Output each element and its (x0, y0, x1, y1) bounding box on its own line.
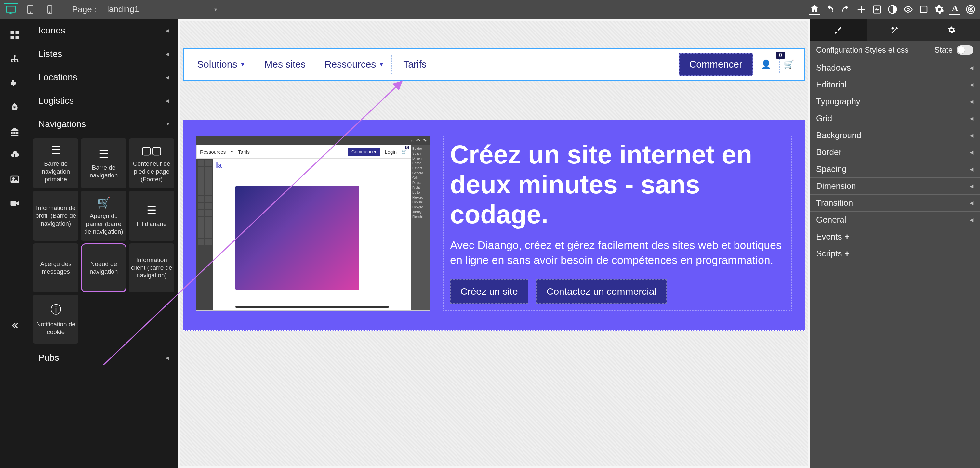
category-locations[interactable]: Locations◀ (29, 66, 178, 89)
video-icon[interactable] (9, 198, 21, 209)
bank-icon[interactable] (9, 125, 21, 137)
nav-solutions[interactable]: Solutions▼ (189, 55, 253, 74)
prop-typography[interactable]: Typography◀ (810, 93, 980, 110)
collapse-icon[interactable] (9, 320, 21, 332)
leaf-icon[interactable] (9, 102, 21, 113)
tile-navbar[interactable]: ☰Barre de navigation (81, 138, 126, 188)
contact-sales-button[interactable]: Contactez un commercial (536, 279, 667, 303)
grid-icon[interactable] (9, 29, 21, 41)
target-icon[interactable] (965, 4, 976, 15)
eye-icon[interactable] (903, 4, 914, 15)
caret-left-icon: ◀ (970, 183, 974, 189)
hero-section[interactable]: ⌂↶↷ Ressources▼ Tarifs Commencer Login 🛒… (183, 120, 805, 330)
caret-left-icon: ◀ (970, 98, 974, 105)
redo-icon: ↷ (423, 138, 426, 143)
tile-client-info[interactable]: Information client (barre de navigation) (129, 243, 174, 292)
svg-rect-21 (17, 61, 18, 62)
prop-background[interactable]: Background◀ (810, 127, 980, 144)
nav-ressources[interactable]: Ressources▼ (317, 55, 392, 74)
chevron-down-icon: ▼ (379, 61, 384, 68)
prop-spacing[interactable]: Spacing◀ (810, 160, 980, 178)
tile-primary-navbar[interactable]: ☰Barre de navigation primaire (33, 138, 78, 188)
caret-left-icon: ◀ (970, 115, 974, 122)
page-select[interactable]: landing1 (106, 3, 220, 16)
device-tablet-icon[interactable] (24, 3, 37, 16)
svg-rect-10 (921, 6, 927, 13)
tile-nav-node[interactable]: Noeud de navigation (81, 243, 126, 292)
caret-left-icon: ◀ (970, 166, 974, 172)
page-select-wrap[interactable]: landing1 ▾ (106, 3, 220, 16)
edit-icon[interactable] (872, 4, 883, 15)
prop-shadows[interactable]: Shadows◀ (810, 59, 980, 76)
puzzle-icon[interactable] (9, 77, 21, 89)
site-navbar[interactable]: Solutions▼ Mes sites Ressources▼ Tarifs … (183, 48, 805, 81)
chevron-down-icon: ▼ (240, 61, 245, 68)
canvas-inner[interactable]: Solutions▼ Mes sites Ressources▼ Tarifs … (180, 21, 808, 466)
prop-editorial[interactable]: Editorial◀ (810, 76, 980, 93)
add-icon[interactable] (856, 4, 867, 15)
undo-icon: ↶ (416, 138, 420, 143)
square-icon[interactable] (918, 4, 929, 15)
category-pubs[interactable]: Pubs◀ (29, 346, 178, 370)
svg-rect-14 (11, 31, 14, 35)
svg-rect-16 (11, 36, 14, 39)
prop-border[interactable]: Border◀ (810, 144, 980, 160)
tile-cart-preview[interactable]: 🛒Aperçu du panier (barre de navigation) (81, 191, 126, 241)
category-navigations[interactable]: Navigations▾ (29, 113, 178, 136)
tile-msg-preview[interactable]: Aperçu des messages (33, 243, 78, 292)
user-icon[interactable]: 👤 (757, 56, 775, 73)
state-toggle[interactable]: State (934, 46, 974, 55)
gear-icon[interactable] (934, 4, 945, 15)
hero-title[interactable]: Créez un site internet en deux minutes -… (450, 140, 785, 230)
undo-icon[interactable] (824, 4, 836, 15)
caret-left-icon: ◀ (165, 98, 169, 103)
svg-point-9 (907, 8, 910, 11)
category-listes[interactable]: Listes◀ (29, 42, 178, 66)
home-icon[interactable] (809, 4, 820, 15)
prop-events[interactable]: Events+ (810, 228, 980, 245)
tab-wand[interactable] (867, 19, 923, 41)
hero-subtitle[interactable]: Avec Diaango, créez et gérez facilement … (450, 238, 785, 268)
config-label: Configuration Styles et css (816, 46, 908, 55)
contrast-icon[interactable] (887, 4, 898, 15)
hero-preview-image: ⌂↶↷ Ressources▼ Tarifs Commencer Login 🛒… (196, 136, 430, 311)
sitemap-icon[interactable] (9, 53, 21, 65)
tile-footer[interactable]: ▢▢Conteneur de pied de page (Footer) (129, 138, 174, 188)
svg-rect-18 (14, 55, 16, 57)
category-logistics[interactable]: Logistics◀ (29, 89, 178, 113)
commencer-button[interactable]: Commencer (679, 53, 753, 76)
left-icon-rail (0, 19, 29, 468)
tile-profile-info[interactable]: Information de profil (Barre de navigati… (33, 191, 78, 241)
toggle-switch[interactable] (956, 46, 974, 55)
prop-scripts[interactable]: Scripts+ (810, 245, 980, 262)
image-icon[interactable] (9, 173, 21, 185)
nav-tarifs[interactable]: Tarifs (396, 55, 434, 74)
svg-rect-20 (14, 61, 16, 62)
cart-icon[interactable]: 0🛒 (780, 56, 798, 73)
svg-rect-24 (11, 201, 17, 206)
topbar-right: A (809, 4, 976, 15)
mini-canvas: la (213, 159, 411, 310)
nav-mes-sites[interactable]: Mes sites (257, 55, 313, 74)
device-desktop-icon[interactable] (4, 3, 18, 16)
svg-point-4 (30, 12, 30, 13)
tile-cookie-notice[interactable]: ⓘNotification de cookie (33, 295, 78, 344)
prop-dimension[interactable]: Dimension◀ (810, 178, 980, 194)
tab-brush[interactable] (810, 19, 867, 41)
prop-general[interactable]: General◀ (810, 211, 980, 228)
info-icon: ⓘ (50, 302, 62, 317)
prop-transition[interactable]: Transition◀ (810, 194, 980, 211)
device-phone-icon[interactable] (43, 3, 57, 16)
prop-grid[interactable]: Grid◀ (810, 110, 980, 127)
cart-count-badge: 0 (776, 52, 784, 59)
create-site-button[interactable]: Créez un site (450, 279, 528, 303)
tab-settings[interactable] (923, 19, 980, 41)
redo-icon[interactable] (840, 4, 851, 15)
svg-point-23 (13, 178, 14, 179)
hero-text[interactable]: Créez un site internet en deux minutes -… (443, 136, 792, 311)
category-icones[interactable]: Icones◀ (29, 19, 178, 42)
caret-left-icon: ◀ (970, 217, 974, 223)
tile-breadcrumb[interactable]: ☰Fil d'ariane (129, 191, 174, 241)
typography-icon[interactable]: A (950, 4, 961, 15)
cloud-upload-icon[interactable] (9, 149, 21, 161)
